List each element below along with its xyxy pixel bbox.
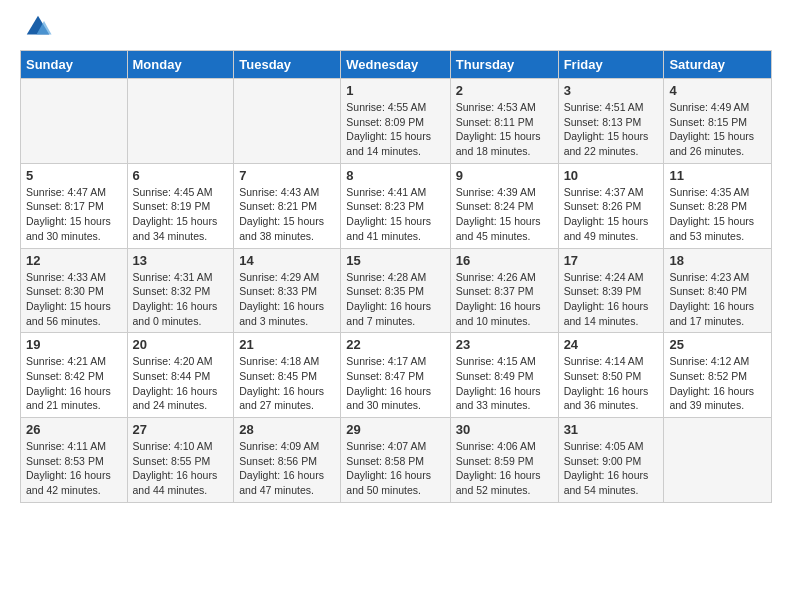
day-info: Sunrise: 4:20 AM Sunset: 8:44 PM Dayligh…: [133, 354, 229, 413]
day-info: Sunrise: 4:14 AM Sunset: 8:50 PM Dayligh…: [564, 354, 659, 413]
day-info: Sunrise: 4:49 AM Sunset: 8:15 PM Dayligh…: [669, 100, 766, 159]
day-number: 27: [133, 422, 229, 437]
calendar-cell: 10Sunrise: 4:37 AM Sunset: 8:26 PM Dayli…: [558, 163, 664, 248]
calendar-cell: 9Sunrise: 4:39 AM Sunset: 8:24 PM Daylig…: [450, 163, 558, 248]
day-number: 13: [133, 253, 229, 268]
day-number: 23: [456, 337, 553, 352]
calendar-cell: [664, 418, 772, 503]
day-info: Sunrise: 4:43 AM Sunset: 8:21 PM Dayligh…: [239, 185, 335, 244]
weekday-header-sunday: Sunday: [21, 51, 128, 79]
day-info: Sunrise: 4:33 AM Sunset: 8:30 PM Dayligh…: [26, 270, 122, 329]
day-number: 3: [564, 83, 659, 98]
calendar-cell: 11Sunrise: 4:35 AM Sunset: 8:28 PM Dayli…: [664, 163, 772, 248]
day-info: Sunrise: 4:55 AM Sunset: 8:09 PM Dayligh…: [346, 100, 444, 159]
day-info: Sunrise: 4:35 AM Sunset: 8:28 PM Dayligh…: [669, 185, 766, 244]
calendar-cell: [21, 79, 128, 164]
calendar-cell: 16Sunrise: 4:26 AM Sunset: 8:37 PM Dayli…: [450, 248, 558, 333]
calendar-cell: 15Sunrise: 4:28 AM Sunset: 8:35 PM Dayli…: [341, 248, 450, 333]
header: [20, 15, 772, 40]
day-info: Sunrise: 4:17 AM Sunset: 8:47 PM Dayligh…: [346, 354, 444, 413]
calendar-cell: 21Sunrise: 4:18 AM Sunset: 8:45 PM Dayli…: [234, 333, 341, 418]
calendar-cell: 30Sunrise: 4:06 AM Sunset: 8:59 PM Dayli…: [450, 418, 558, 503]
day-info: Sunrise: 4:11 AM Sunset: 8:53 PM Dayligh…: [26, 439, 122, 498]
day-number: 4: [669, 83, 766, 98]
day-info: Sunrise: 4:12 AM Sunset: 8:52 PM Dayligh…: [669, 354, 766, 413]
day-number: 10: [564, 168, 659, 183]
weekday-header-tuesday: Tuesday: [234, 51, 341, 79]
day-number: 14: [239, 253, 335, 268]
day-number: 19: [26, 337, 122, 352]
day-info: Sunrise: 4:26 AM Sunset: 8:37 PM Dayligh…: [456, 270, 553, 329]
day-info: Sunrise: 4:06 AM Sunset: 8:59 PM Dayligh…: [456, 439, 553, 498]
day-info: Sunrise: 4:07 AM Sunset: 8:58 PM Dayligh…: [346, 439, 444, 498]
calendar-cell: 23Sunrise: 4:15 AM Sunset: 8:49 PM Dayli…: [450, 333, 558, 418]
calendar-cell: 1Sunrise: 4:55 AM Sunset: 8:09 PM Daylig…: [341, 79, 450, 164]
weekday-header-friday: Friday: [558, 51, 664, 79]
day-info: Sunrise: 4:41 AM Sunset: 8:23 PM Dayligh…: [346, 185, 444, 244]
day-info: Sunrise: 4:05 AM Sunset: 9:00 PM Dayligh…: [564, 439, 659, 498]
calendar-cell: 26Sunrise: 4:11 AM Sunset: 8:53 PM Dayli…: [21, 418, 128, 503]
calendar-cell: 5Sunrise: 4:47 AM Sunset: 8:17 PM Daylig…: [21, 163, 128, 248]
calendar-week-3: 12Sunrise: 4:33 AM Sunset: 8:30 PM Dayli…: [21, 248, 772, 333]
day-number: 9: [456, 168, 553, 183]
day-number: 15: [346, 253, 444, 268]
day-number: 8: [346, 168, 444, 183]
page: SundayMondayTuesdayWednesdayThursdayFrid…: [0, 0, 792, 518]
day-info: Sunrise: 4:51 AM Sunset: 8:13 PM Dayligh…: [564, 100, 659, 159]
day-number: 20: [133, 337, 229, 352]
calendar-cell: 24Sunrise: 4:14 AM Sunset: 8:50 PM Dayli…: [558, 333, 664, 418]
day-number: 30: [456, 422, 553, 437]
day-info: Sunrise: 4:21 AM Sunset: 8:42 PM Dayligh…: [26, 354, 122, 413]
day-number: 24: [564, 337, 659, 352]
weekday-header-thursday: Thursday: [450, 51, 558, 79]
day-number: 2: [456, 83, 553, 98]
calendar-week-4: 19Sunrise: 4:21 AM Sunset: 8:42 PM Dayli…: [21, 333, 772, 418]
day-info: Sunrise: 4:31 AM Sunset: 8:32 PM Dayligh…: [133, 270, 229, 329]
day-info: Sunrise: 4:47 AM Sunset: 8:17 PM Dayligh…: [26, 185, 122, 244]
day-info: Sunrise: 4:24 AM Sunset: 8:39 PM Dayligh…: [564, 270, 659, 329]
day-info: Sunrise: 4:18 AM Sunset: 8:45 PM Dayligh…: [239, 354, 335, 413]
logo-text: [20, 15, 53, 40]
calendar-cell: 17Sunrise: 4:24 AM Sunset: 8:39 PM Dayli…: [558, 248, 664, 333]
calendar-cell: 25Sunrise: 4:12 AM Sunset: 8:52 PM Dayli…: [664, 333, 772, 418]
calendar-cell: 20Sunrise: 4:20 AM Sunset: 8:44 PM Dayli…: [127, 333, 234, 418]
calendar-cell: 3Sunrise: 4:51 AM Sunset: 8:13 PM Daylig…: [558, 79, 664, 164]
calendar-cell: [127, 79, 234, 164]
calendar-week-1: 1Sunrise: 4:55 AM Sunset: 8:09 PM Daylig…: [21, 79, 772, 164]
day-number: 21: [239, 337, 335, 352]
day-number: 7: [239, 168, 335, 183]
calendar-cell: 7Sunrise: 4:43 AM Sunset: 8:21 PM Daylig…: [234, 163, 341, 248]
weekday-header-row: SundayMondayTuesdayWednesdayThursdayFrid…: [21, 51, 772, 79]
day-info: Sunrise: 4:39 AM Sunset: 8:24 PM Dayligh…: [456, 185, 553, 244]
calendar-cell: 12Sunrise: 4:33 AM Sunset: 8:30 PM Dayli…: [21, 248, 128, 333]
day-info: Sunrise: 4:37 AM Sunset: 8:26 PM Dayligh…: [564, 185, 659, 244]
calendar-cell: 18Sunrise: 4:23 AM Sunset: 8:40 PM Dayli…: [664, 248, 772, 333]
day-info: Sunrise: 4:45 AM Sunset: 8:19 PM Dayligh…: [133, 185, 229, 244]
day-number: 11: [669, 168, 766, 183]
day-info: Sunrise: 4:23 AM Sunset: 8:40 PM Dayligh…: [669, 270, 766, 329]
day-info: Sunrise: 4:28 AM Sunset: 8:35 PM Dayligh…: [346, 270, 444, 329]
day-number: 22: [346, 337, 444, 352]
weekday-header-saturday: Saturday: [664, 51, 772, 79]
calendar-cell: [234, 79, 341, 164]
day-number: 28: [239, 422, 335, 437]
calendar-cell: 4Sunrise: 4:49 AM Sunset: 8:15 PM Daylig…: [664, 79, 772, 164]
day-number: 16: [456, 253, 553, 268]
calendar-week-5: 26Sunrise: 4:11 AM Sunset: 8:53 PM Dayli…: [21, 418, 772, 503]
day-number: 5: [26, 168, 122, 183]
day-number: 31: [564, 422, 659, 437]
calendar-cell: 29Sunrise: 4:07 AM Sunset: 8:58 PM Dayli…: [341, 418, 450, 503]
day-info: Sunrise: 4:09 AM Sunset: 8:56 PM Dayligh…: [239, 439, 335, 498]
logo: [20, 15, 53, 40]
calendar-cell: 27Sunrise: 4:10 AM Sunset: 8:55 PM Dayli…: [127, 418, 234, 503]
weekday-header-wednesday: Wednesday: [341, 51, 450, 79]
calendar-cell: 2Sunrise: 4:53 AM Sunset: 8:11 PM Daylig…: [450, 79, 558, 164]
day-number: 6: [133, 168, 229, 183]
day-number: 29: [346, 422, 444, 437]
calendar-cell: 14Sunrise: 4:29 AM Sunset: 8:33 PM Dayli…: [234, 248, 341, 333]
day-info: Sunrise: 4:29 AM Sunset: 8:33 PM Dayligh…: [239, 270, 335, 329]
calendar-cell: 22Sunrise: 4:17 AM Sunset: 8:47 PM Dayli…: [341, 333, 450, 418]
calendar-week-2: 5Sunrise: 4:47 AM Sunset: 8:17 PM Daylig…: [21, 163, 772, 248]
calendar-cell: 19Sunrise: 4:21 AM Sunset: 8:42 PM Dayli…: [21, 333, 128, 418]
day-number: 12: [26, 253, 122, 268]
